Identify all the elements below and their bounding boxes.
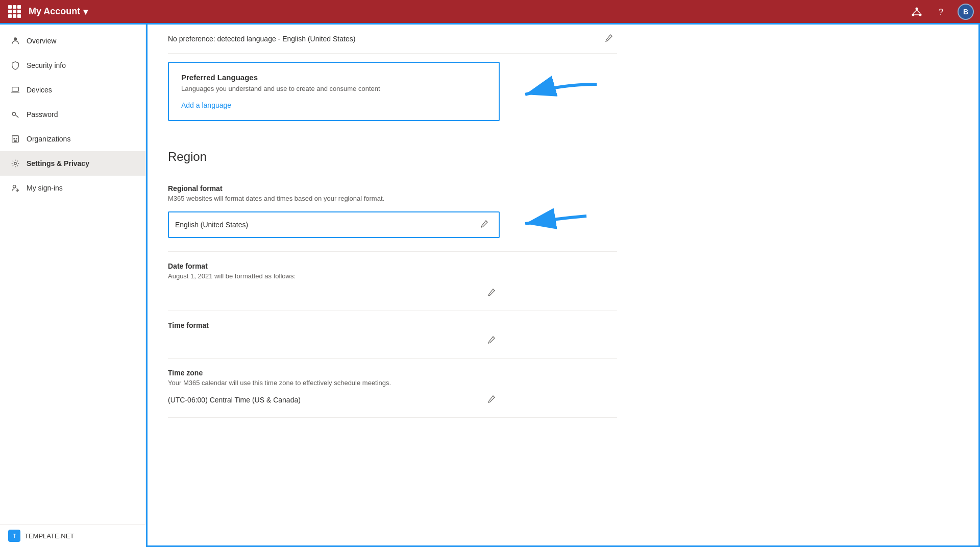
no-pref-edit-button[interactable] [601, 32, 617, 46]
region-section-title: Region [168, 150, 617, 164]
help-button[interactable]: ? [933, 4, 949, 20]
svg-point-15 [13, 185, 16, 188]
topbar: My Account ▾ ? B [0, 0, 980, 25]
waffle-button[interactable] [6, 4, 22, 20]
sidebar-item-security-info[interactable]: Security info [0, 53, 145, 78]
arrow-annotation-2 [510, 208, 592, 241]
shield-icon [10, 60, 20, 70]
person-icon [10, 36, 20, 46]
time-format-group: Time format [168, 311, 617, 359]
no-pref-text: No preference: detected language - Engli… [168, 35, 355, 43]
arrow-annotation-1 [510, 74, 602, 117]
template-logo: T [8, 530, 20, 542]
date-format-description: August 1, 2021 will be formatted as foll… [168, 272, 617, 280]
gear-icon [10, 158, 20, 169]
add-language-text: Add a language [181, 101, 231, 109]
svg-rect-13 [14, 140, 16, 142]
regional-format-value-row: English (United States) [168, 211, 500, 238]
svg-point-0 [916, 7, 918, 10]
time-zone-value: (UTC-06:00) Central Time (US & Canada) [168, 396, 301, 404]
pref-lang-wrapper: Preferred Languages Languages you unders… [168, 54, 617, 137]
sidebar-item-settings-privacy[interactable]: Settings & Privacy [0, 151, 145, 176]
blue-arrow-icon [510, 74, 602, 115]
question-icon: ? [936, 7, 946, 17]
key-icon [10, 109, 20, 120]
regional-format-description: M365 websites will format dates and time… [168, 195, 617, 202]
svg-point-9 [12, 112, 15, 115]
regional-format-value: English (United States) [175, 221, 248, 229]
time-format-edit-button[interactable] [483, 334, 500, 348]
date-format-label: Date format [168, 262, 617, 270]
chevron-down-icon: ▾ [83, 6, 88, 17]
time-zone-row: (UTC-06:00) Central Time (US & Canada) [168, 393, 500, 407]
regional-format-edit-button[interactable] [476, 218, 493, 232]
svg-text:?: ? [939, 8, 943, 16]
sidebar-item-overview[interactable]: Overview [0, 29, 145, 53]
sidebar: Overview Security info Devices [0, 25, 146, 547]
pencil-icon [487, 288, 496, 296]
network-icon [912, 7, 922, 17]
sidebar-item-label: Devices [27, 86, 52, 94]
topbar-actions: ? B [909, 4, 974, 20]
svg-point-2 [919, 13, 922, 16]
avatar[interactable]: B [958, 4, 974, 20]
regional-format-label: Regional format [168, 184, 617, 193]
pencil-icon [487, 336, 496, 344]
svg-rect-8 [12, 87, 19, 91]
sidebar-item-label: Organizations [27, 135, 70, 143]
svg-line-3 [913, 10, 917, 13]
sidebar-item-label: My sign-ins [27, 184, 63, 192]
sidebar-item-password[interactable]: Password [0, 102, 145, 127]
time-format-edit-row [168, 334, 500, 348]
sidebar-item-organizations[interactable]: Organizations [0, 127, 145, 151]
pref-lang-description: Languages you understand and use to crea… [181, 85, 486, 92]
sidebar-item-my-sign-ins[interactable]: My sign-ins [0, 176, 145, 200]
sidebar-item-label: Password [27, 110, 58, 118]
footer-branding: T TEMPLATE.NET [0, 524, 146, 547]
sidebar-item-devices[interactable]: Devices [0, 78, 145, 102]
time-zone-description: Your M365 calendar will use this time zo… [168, 379, 617, 387]
main-layout: Overview Security info Devices [0, 25, 980, 547]
date-format-group: Date format August 1, 2021 will be forma… [168, 252, 617, 311]
svg-point-7 [14, 37, 17, 40]
sidebar-item-label: Settings & Privacy [27, 159, 89, 168]
date-format-edit-row [168, 286, 500, 300]
no-preference-row: No preference: detected language - Engli… [168, 25, 617, 54]
signin-icon [10, 183, 20, 193]
laptop-icon [10, 85, 20, 95]
pencil-icon [605, 34, 613, 42]
logo-text: T [13, 533, 16, 539]
svg-line-4 [917, 10, 920, 13]
pencil-icon [487, 395, 496, 403]
app-title-text: My Account [29, 6, 80, 17]
building-icon [10, 134, 20, 144]
time-zone-group: Time zone Your M365 calendar will use th… [168, 359, 617, 418]
preferred-languages-card: Preferred Languages Languages you unders… [168, 62, 500, 121]
svg-point-14 [14, 162, 17, 165]
regional-format-row-wrapper: English (United States) [168, 208, 617, 241]
app-title[interactable]: My Account ▾ [29, 6, 88, 17]
org-icon-button[interactable] [909, 4, 925, 20]
content-inner: No preference: detected language - Engli… [148, 25, 638, 438]
sidebar-item-label: Overview [27, 37, 56, 45]
pref-lang-title: Preferred Languages [181, 73, 486, 82]
time-zone-edit-button[interactable] [483, 393, 500, 407]
date-format-edit-button[interactable] [483, 286, 500, 300]
time-format-label: Time format [168, 321, 617, 329]
pencil-icon [480, 220, 488, 228]
svg-point-1 [912, 13, 915, 16]
svg-rect-12 [16, 138, 17, 139]
avatar-label: B [963, 8, 968, 16]
brand-name: TEMPLATE.NET [24, 532, 74, 540]
waffle-icon [8, 5, 21, 18]
content-area: No preference: detected language - Engli… [146, 25, 980, 547]
blue-arrow-icon-2 [510, 208, 592, 239]
regional-format-group: Regional format M365 websites will forma… [168, 174, 617, 252]
add-language-link[interactable]: Add a language [181, 101, 231, 109]
time-zone-label: Time zone [168, 369, 617, 377]
svg-rect-11 [13, 138, 15, 139]
sidebar-item-label: Security info [27, 61, 66, 69]
